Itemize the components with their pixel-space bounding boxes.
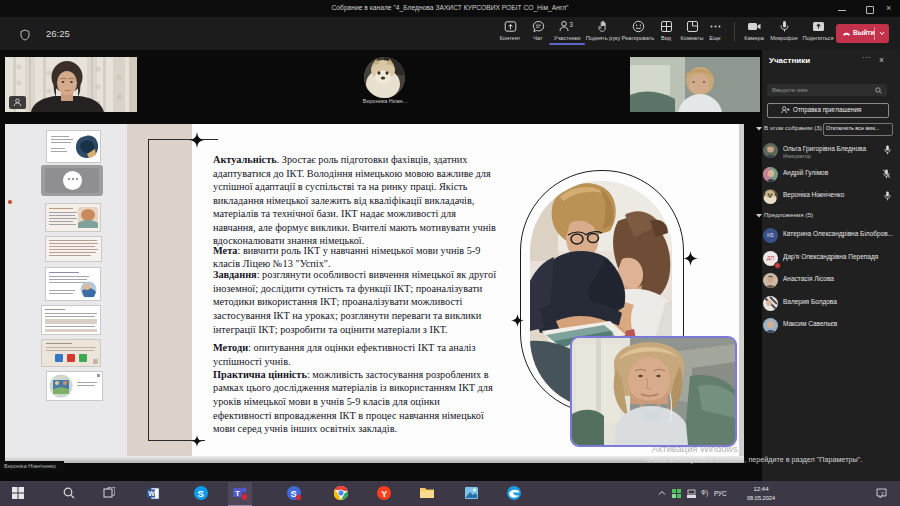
- svg-text:3: 3: [569, 21, 573, 28]
- svg-text:Y: Y: [381, 489, 387, 499]
- svg-text:T: T: [235, 489, 240, 498]
- svg-text:2: 2: [881, 491, 884, 497]
- svg-text:W: W: [148, 490, 155, 497]
- svg-text:S: S: [198, 488, 204, 499]
